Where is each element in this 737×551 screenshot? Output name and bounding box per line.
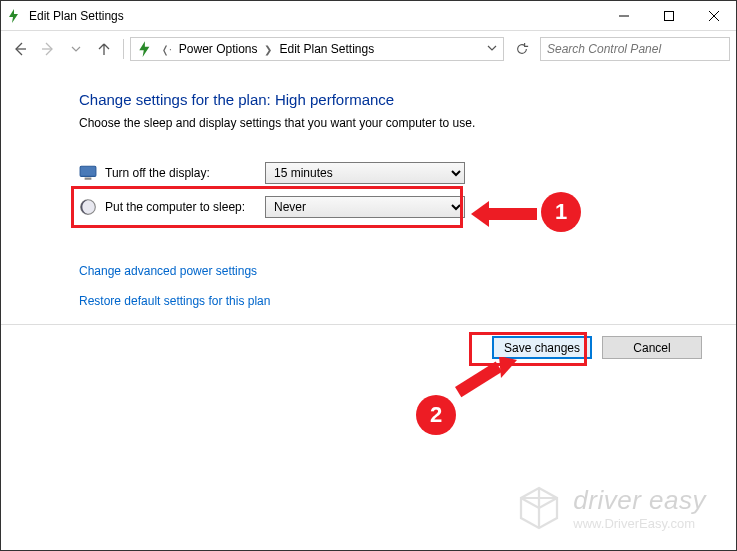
watermark: driver easy www.DriverEasy.com: [515, 484, 706, 532]
breadcrumb[interactable]: ❬∙ Power Options ❯ Edit Plan Settings: [130, 37, 504, 61]
setting-sleep-select[interactable]: Never: [265, 196, 465, 218]
breadcrumb-dropdown[interactable]: [483, 42, 501, 56]
chevron-right-icon[interactable]: ❬∙: [159, 44, 174, 55]
watermark-title: driver easy: [573, 485, 706, 516]
page-subtext: Choose the sleep and display settings th…: [79, 116, 736, 130]
titlebar: Edit Plan Settings: [1, 1, 736, 31]
back-button[interactable]: [7, 36, 33, 62]
svg-rect-1: [664, 11, 673, 20]
setting-turn-off-display: Turn off the display: 15 minutes: [79, 156, 736, 190]
content: Change settings for the plan: High perfo…: [1, 67, 736, 308]
link-advanced-settings[interactable]: Change advanced power settings: [79, 264, 736, 278]
save-button[interactable]: Save changes: [492, 336, 592, 359]
footer: Save changes Cancel: [1, 324, 736, 370]
refresh-button[interactable]: [510, 37, 534, 61]
svg-rect-6: [80, 166, 96, 176]
cancel-button[interactable]: Cancel: [602, 336, 702, 359]
annotation-badge-2: 2: [416, 395, 456, 435]
watermark-sub: www.DriverEasy.com: [573, 516, 706, 531]
window-title: Edit Plan Settings: [29, 9, 601, 23]
watermark-logo-icon: [515, 484, 563, 532]
setting-display-label: Turn off the display:: [105, 166, 265, 180]
breadcrumb-power-options[interactable]: Power Options: [174, 38, 263, 60]
forward-button[interactable]: [35, 36, 61, 62]
app-icon: [7, 8, 23, 24]
minimize-button[interactable]: [601, 1, 646, 30]
link-restore-defaults[interactable]: Restore default settings for this plan: [79, 294, 736, 308]
setting-display-select[interactable]: 15 minutes: [265, 162, 465, 184]
nav-separator: [123, 39, 124, 59]
search-box[interactable]: [540, 37, 730, 61]
page-heading: Change settings for the plan: High perfo…: [79, 91, 736, 108]
breadcrumb-edit-plan[interactable]: Edit Plan Settings: [274, 38, 379, 60]
up-button[interactable]: [91, 36, 117, 62]
svg-rect-7: [85, 178, 92, 180]
search-input[interactable]: [547, 42, 723, 56]
chevron-right-icon: ❯: [262, 44, 274, 55]
recent-dropdown[interactable]: [63, 36, 89, 62]
display-icon: [79, 164, 97, 182]
navbar: ❬∙ Power Options ❯ Edit Plan Settings: [1, 31, 736, 67]
setting-sleep-label: Put the computer to sleep:: [105, 200, 265, 214]
moon-icon: [79, 198, 97, 216]
location-icon: [137, 40, 155, 58]
close-button[interactable]: [691, 1, 736, 30]
maximize-button[interactable]: [646, 1, 691, 30]
setting-put-to-sleep: Put the computer to sleep: Never: [79, 190, 736, 224]
